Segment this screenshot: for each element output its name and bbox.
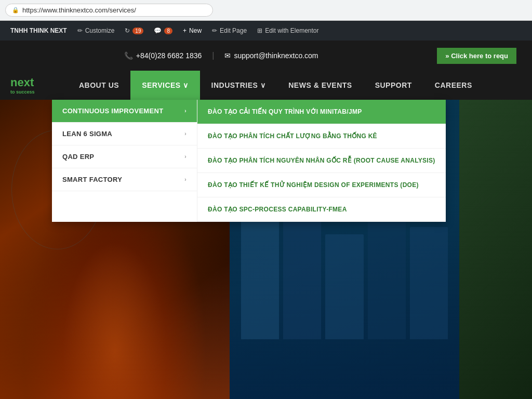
dropdown-lean-6-sigma[interactable]: LEAN 6 SIGMA › xyxy=(52,123,197,145)
nav-industries-label: INDUSTRIES ∨ xyxy=(211,81,266,89)
services-dropdown: CONTINUOUS IMPROVEMENT › LEAN 6 SIGMA › … xyxy=(52,100,446,222)
chevron-right-icon: › xyxy=(184,108,187,114)
nav-services-label: SERVICES ∨ xyxy=(142,81,188,89)
nav-about-us-label: ABOUT US xyxy=(79,81,119,89)
nav-news-events[interactable]: NEWS & EVENTS xyxy=(277,71,363,100)
machine-3 xyxy=(325,234,363,339)
dropdown-smart-factory[interactable]: SMART FACTORY › xyxy=(52,168,197,191)
wp-admin-bar: TNHH THINK NEXT ✏ Customize ↻ 19 💬 8 + N… xyxy=(0,21,532,41)
comments-button[interactable]: 💬 8 xyxy=(149,21,178,41)
chevron-right-icon-3: › xyxy=(184,154,187,159)
right-item-5-label: ĐÀO TẠO SPC-PROCESS CAPABILITY-FMEA xyxy=(208,206,347,213)
elementor-icon: ⊞ xyxy=(257,27,262,34)
site-name-label: TNHH THINK NEXT xyxy=(10,27,67,34)
lock-icon: 🔒 xyxy=(12,7,19,14)
nav-services[interactable]: SERVICES ∨ xyxy=(130,71,200,100)
arm-bottom xyxy=(0,219,230,399)
updates-badge: 19 xyxy=(132,28,143,34)
edit-page-label: Edit Page xyxy=(220,27,247,34)
nav-items: ABOUT US SERVICES ∨ INDUSTRIES ∨ NEWS & … xyxy=(68,71,484,100)
site-header: 📞 +84(0)28 6682 1836 | ✉ support@thinkne… xyxy=(0,41,532,71)
comments-icon: 💬 xyxy=(154,27,162,34)
right-item-3-label: ĐÀO TẠO PHÂN TÍCH NGUYÊN NHÂN GỐC RỄ (RO… xyxy=(208,157,435,164)
edit-elementor-button[interactable]: ⊞ Edit with Elementor xyxy=(252,21,324,41)
refresh-icon: ↻ xyxy=(125,27,130,34)
customize-button[interactable]: ✏ Customize xyxy=(72,21,120,41)
new-button[interactable]: + New xyxy=(178,21,207,41)
dropdown-right-item-4[interactable]: ĐÀO TẠO THIẾT KẾ THỬ NGHIỆM DESIGN OF EX… xyxy=(197,173,446,197)
dropdown-continuous-improvement[interactable]: CONTINUOUS IMPROVEMENT › xyxy=(52,100,197,123)
customize-label: Customize xyxy=(85,27,115,34)
logo-sub: to success xyxy=(10,89,52,95)
plus-icon: + xyxy=(183,27,187,34)
machine-1 xyxy=(241,219,279,339)
address-bar[interactable]: 🔒 https://www.thinknextco.com/services/ xyxy=(5,4,213,17)
updates-button[interactable]: ↻ 19 xyxy=(119,21,149,41)
comments-badge: 8 xyxy=(164,28,172,34)
cta-button[interactable]: » Click here to requ xyxy=(437,48,516,64)
machine-5 xyxy=(410,227,448,339)
smart-factory-label: SMART FACTORY xyxy=(62,176,122,183)
email-contact: ✉ support@thinknextco.com xyxy=(224,51,318,60)
nav-careers-label: CAREERS xyxy=(435,81,472,89)
site-logo[interactable]: next to success xyxy=(10,76,52,95)
right-item-2-label: ĐÀO TẠO PHÂN TÍCH CHẤT LƯỢNG BẰNG THỐNG … xyxy=(208,132,377,140)
phone-contact: 📞 +84(0)28 6682 1836 xyxy=(124,51,202,60)
machine-4 xyxy=(368,212,406,339)
header-contact: 📞 +84(0)28 6682 1836 | ✉ support@thinkne… xyxy=(16,51,427,60)
chevron-right-icon-4: › xyxy=(184,177,187,182)
edit-icon: ✏ xyxy=(212,27,217,34)
logo-main: next xyxy=(10,76,34,89)
email-address: support@thinknextco.com xyxy=(234,51,318,60)
phone-number: +84(0)28 6682 1836 xyxy=(136,51,202,60)
dropdown-left-column: CONTINUOUS IMPROVEMENT › LEAN 6 SIGMA › … xyxy=(52,100,197,222)
nav-news-events-label: NEWS & EVENTS xyxy=(288,81,352,89)
dropdown-right-item-1[interactable]: ĐÀO TẠO CẢI TIẾN QUY TRÌNH VỚI MINITAB/J… xyxy=(197,100,446,124)
new-label: New xyxy=(189,27,202,34)
qad-erp-label: QAD ERP xyxy=(62,153,94,161)
edit-page-button[interactable]: ✏ Edit Page xyxy=(207,21,252,41)
dropdown-right-column: ĐÀO TẠO CẢI TIẾN QUY TRÌNH VỚI MINITAB/J… xyxy=(197,100,446,222)
customize-icon: ✏ xyxy=(77,27,83,34)
cta-label: » Click here to requ xyxy=(445,52,508,60)
email-icon: ✉ xyxy=(224,51,231,60)
dropdown-qad-erp[interactable]: QAD ERP › xyxy=(52,145,197,168)
phone-icon: 📞 xyxy=(124,51,133,60)
right-overlay xyxy=(459,100,532,399)
dropdown-right-item-3[interactable]: ĐÀO TẠO PHÂN TÍCH NGUYÊN NHÂN GỐC RỄ (RO… xyxy=(197,149,446,173)
dropdown-right-item-2[interactable]: ĐÀO TẠO PHÂN TÍCH CHẤT LƯỢNG BẰNG THỐNG … xyxy=(197,124,446,149)
dropdown-right-item-5[interactable]: ĐÀO TẠO SPC-PROCESS CAPABILITY-FMEA xyxy=(197,197,446,222)
right-item-4-label: ĐÀO TẠO THIẾT KẾ THỬ NGHIỆM DESIGN OF EX… xyxy=(208,181,419,189)
right-item-1-label: ĐÀO TẠO CẢI TIẾN QUY TRÌNH VỚI MINITAB/J… xyxy=(208,108,362,115)
continuous-improvement-label: CONTINUOUS IMPROVEMENT xyxy=(62,107,163,115)
nav-support[interactable]: SUPPORT xyxy=(364,71,423,100)
site-name[interactable]: TNHH THINK NEXT xyxy=(5,21,72,41)
nav-bar: next to success ABOUT US SERVICES ∨ INDU… xyxy=(0,71,532,100)
browser-bar: 🔒 https://www.thinknextco.com/services/ xyxy=(0,0,532,21)
url-text: https://www.thinknextco.com/services/ xyxy=(22,6,136,14)
lean-6-sigma-label: LEAN 6 SIGMA xyxy=(62,130,112,138)
chevron-right-icon-2: › xyxy=(184,131,187,137)
nav-about-us[interactable]: ABOUT US xyxy=(68,71,130,100)
machine-2 xyxy=(283,205,321,339)
edit-elementor-label: Edit with Elementor xyxy=(265,27,318,34)
contact-divider: | xyxy=(212,51,214,60)
nav-industries[interactable]: INDUSTRIES ∨ xyxy=(200,71,277,100)
right-image xyxy=(459,100,532,399)
nav-careers[interactable]: CAREERS xyxy=(423,71,484,100)
nav-support-label: SUPPORT xyxy=(375,81,412,89)
